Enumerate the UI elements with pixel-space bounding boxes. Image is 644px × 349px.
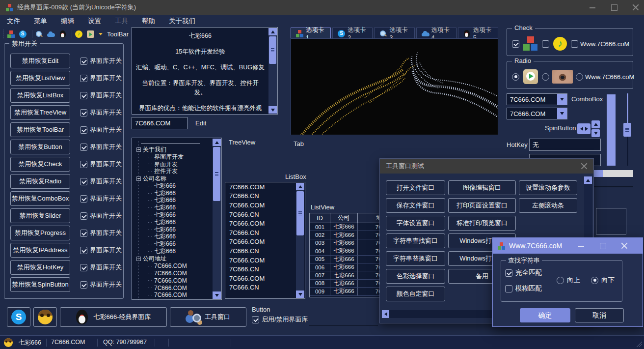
scroll-thumb[interactable]	[296, 191, 304, 235]
disable-restore-button[interactable]: 禁用恢复Progress	[10, 226, 70, 240]
tool-window-button[interactable]: 保存文件窗口	[386, 198, 445, 213]
tree-node[interactable]: 关于我们	[135, 146, 210, 153]
listbox[interactable]: 7C666.COM7C666.CN7C666.COM7C666.CN7C666.…	[225, 182, 305, 299]
listbox-scrollbar[interactable]	[296, 183, 304, 298]
tool-window-button[interactable]: 工具窗口	[170, 307, 246, 327]
radio-3[interactable]	[576, 73, 583, 81]
menu-item[interactable]: 编辑	[61, 17, 74, 26]
spin-down-icon[interactable]	[591, 129, 600, 137]
tab[interactable]: 选项卡2	[332, 28, 373, 39]
ok-button[interactable]: 确定	[520, 308, 570, 322]
disable-restore-button[interactable]: 禁用恢复Slider	[10, 208, 70, 223]
direction-down-option[interactable]: 向下	[591, 276, 615, 285]
tool-window-titlebar[interactable]: 工具窗口测试	[380, 159, 593, 174]
tree-node[interactable]: 七彩666	[135, 219, 210, 226]
menu-item[interactable]: 设置	[88, 17, 101, 26]
maximize-icon[interactable]	[611, 4, 617, 11]
check-1[interactable]	[512, 40, 519, 48]
disable-restore-button[interactable]: 禁用恢复ToolBar	[10, 122, 70, 137]
check-3[interactable]	[571, 40, 578, 48]
video-icon[interactable]	[87, 30, 94, 38]
expander-icon[interactable]	[136, 257, 141, 261]
slider-track[interactable]	[627, 93, 628, 124]
ui-switch-checkbox[interactable]	[80, 126, 87, 134]
scroll-up-icon[interactable]	[268, 28, 277, 35]
cubes-icon[interactable]	[7, 30, 15, 38]
disable-restore-button[interactable]: 禁用恢复IPAddress	[10, 243, 70, 258]
down-radio[interactable]	[591, 277, 598, 284]
expander-icon[interactable]	[136, 147, 141, 152]
ui-switch-checkbox[interactable]	[80, 75, 87, 82]
disable-restore-button[interactable]: 禁用恢复ListView	[10, 71, 70, 86]
tree-node[interactable]: 7C666.COM	[135, 291, 210, 299]
tool-window-button[interactable]: 打开文件窗口	[386, 180, 445, 195]
tree-node[interactable]: 7C666.COM	[135, 262, 210, 270]
scroll-down-icon[interactable]	[213, 291, 221, 299]
menu-item[interactable]: 关于我们	[169, 17, 195, 26]
tree-node[interactable]: 7C666.COM	[135, 277, 210, 284]
listbox-item[interactable]: 7C666.COM	[225, 182, 296, 192]
disable-restore-button[interactable]: 禁用恢复Radio	[10, 174, 70, 189]
tool-window-button[interactable]: 标准打印预览窗口	[448, 216, 516, 231]
owl-button[interactable]	[33, 307, 57, 327]
tree-node[interactable]: 七彩666	[135, 248, 210, 255]
tab[interactable]: 选项卡4	[416, 28, 456, 39]
close-icon[interactable]	[581, 163, 588, 170]
disable-restore-button[interactable]: 禁用恢复Button	[10, 140, 70, 154]
column-header[interactable]: ID	[310, 213, 330, 223]
scroll-left-icon[interactable]	[382, 310, 389, 318]
edit-input[interactable]	[132, 117, 188, 129]
menu-item[interactable]: 文件	[7, 17, 20, 26]
exact-match-option[interactable]: 完全匹配	[505, 268, 542, 277]
listbox-item[interactable]: 7C666.COM	[225, 219, 296, 228]
cloud-icon[interactable]	[47, 30, 55, 38]
close-icon[interactable]	[621, 242, 628, 249]
enable-ui-checkbox[interactable]	[252, 316, 259, 323]
slider-thumb[interactable]	[623, 123, 631, 137]
tree-node[interactable]: 界面开发	[135, 161, 210, 168]
ui-switch-checkbox[interactable]	[80, 264, 87, 271]
ui-switch-checkbox[interactable]	[80, 281, 87, 289]
ui-switch-checkbox[interactable]	[80, 144, 87, 151]
direction-up-option[interactable]: 向上	[557, 276, 580, 285]
tool-window-button[interactable]: 打印页面设置窗口	[448, 198, 516, 213]
tree-node[interactable]: 七彩666	[135, 226, 210, 233]
tool-window-button[interactable]: 左侧滚动条	[519, 198, 577, 213]
tree-node[interactable]: 七彩666	[135, 240, 210, 248]
disable-restore-button[interactable]: 禁用恢复SpinButton	[10, 277, 70, 292]
resize-grip[interactable]	[635, 340, 642, 347]
chevron-down-icon[interactable]	[557, 108, 567, 119]
maximize-icon[interactable]	[599, 242, 606, 249]
check-2[interactable]	[542, 40, 549, 48]
combobox-2[interactable]: 7C666.COM	[507, 108, 567, 119]
listbox-item[interactable]: 7C666.COM	[225, 274, 296, 283]
penguin-icon[interactable]	[59, 30, 66, 38]
tree-node[interactable]: 七彩666	[135, 233, 210, 241]
disable-restore-button[interactable]: 禁用恢复HotKey	[10, 260, 70, 275]
tool-window-button[interactable]: 字体设置窗口	[386, 216, 445, 231]
tree-node[interactable]: 7C666.COM	[135, 299, 210, 300]
tab[interactable]: 选项卡1	[291, 28, 331, 39]
dialog-titlebar[interactable]: Www.7C666.coM	[493, 238, 643, 254]
tree-node[interactable]: 七彩666	[135, 204, 210, 211]
hotkey-input[interactable]	[529, 139, 601, 151]
listbox-item[interactable]: 7C666.CN	[225, 264, 296, 274]
scroll-down-icon[interactable]	[268, 106, 277, 114]
tool-window-button[interactable]: 设置滚动条参数	[519, 180, 577, 195]
tree-node[interactable]: 控件开发	[135, 168, 210, 175]
minimize-icon[interactable]	[589, 4, 596, 11]
tree-node[interactable]: 七彩666	[135, 182, 210, 190]
dropdown-arrow-icon[interactable]	[99, 33, 103, 35]
listbox-item[interactable]: 7C666.CN	[225, 228, 296, 237]
listbox-item[interactable]: 7C666.COM	[225, 201, 296, 210]
expander-icon[interactable]	[136, 176, 141, 181]
ui-switch-checkbox[interactable]	[80, 92, 87, 99]
treeview[interactable]: 关于我们 界面库开发 界面开发 控件开发	[132, 138, 222, 300]
enable-ui-option[interactable]: 启用/禁用界面库	[252, 315, 308, 324]
ui-switch-checkbox[interactable]	[80, 195, 87, 203]
ui-switch-checkbox[interactable]	[80, 178, 87, 185]
close-icon[interactable]	[632, 4, 639, 11]
up-radio[interactable]	[557, 277, 564, 284]
scroll-up-icon[interactable]	[213, 139, 221, 146]
tree-node[interactable]: 界面库开发	[135, 153, 210, 161]
